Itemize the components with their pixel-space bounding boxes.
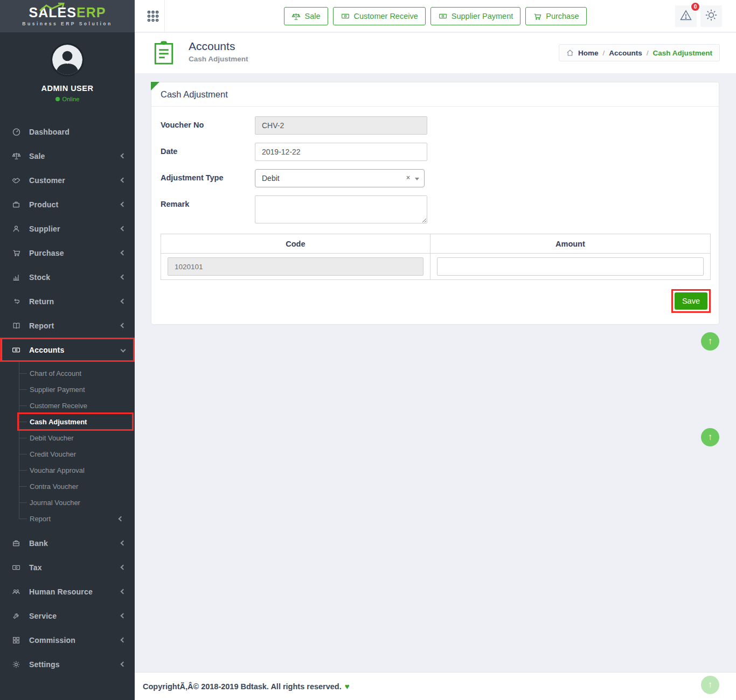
profile-status: Online <box>0 96 135 102</box>
clear-selection-icon[interactable]: × <box>406 174 410 181</box>
clipboard-icon <box>152 39 175 69</box>
submenu-item-journal-voucher[interactable]: Journal Voucher <box>0 494 135 510</box>
sidebar-item-human-resource[interactable]: Human Resource <box>0 579 135 604</box>
warning-triangle-icon <box>679 9 693 24</box>
sidebar-item-accounts[interactable]: Accounts <box>0 338 135 362</box>
save-button[interactable]: Save <box>675 292 707 310</box>
customer-receive-button[interactable]: Customer Receive <box>333 7 426 25</box>
gear-icon <box>11 660 22 669</box>
sidebar-item-supplier[interactable]: Supplier <box>0 216 135 241</box>
footer: CopyrightÃ‚Â© 2018-2019 Bdtask. All righ… <box>135 672 736 700</box>
sidebar-item-bank[interactable]: Bank <box>0 531 135 555</box>
topbar: Sale Customer Receive Supplier Payment P… <box>135 0 736 32</box>
cash-adjustment-panel: Cash Adjustment Voucher No Date Adjustme… <box>151 82 719 325</box>
save-row: Save <box>161 289 711 313</box>
sidebar-item-label: Customer <box>29 176 121 185</box>
submenu-item-debit-voucher[interactable]: Debit Voucher <box>0 430 135 446</box>
chevron-left-icon <box>121 178 126 183</box>
alerts-button[interactable]: 0 <box>675 5 697 27</box>
date-input[interactable] <box>255 143 427 161</box>
banknote-icon <box>11 563 22 572</box>
sidebar-item-sale[interactable]: Sale <box>0 144 135 168</box>
bar-chart-icon <box>11 273 22 282</box>
page-header: Accounts Cash Adjustment Home / Accounts… <box>135 33 736 73</box>
chevron-left-icon <box>121 541 126 546</box>
breadcrumb-current: Cash Adjustment <box>652 49 712 57</box>
adjustment-type-select[interactable]: Debit × <box>255 169 425 187</box>
topbar-icons: 0 <box>675 5 722 27</box>
breadcrumb-accounts[interactable]: Accounts <box>609 49 642 57</box>
sidebar-item-label: Dashboard <box>29 128 125 136</box>
sidebar-item-dashboard[interactable]: Dashboard <box>0 120 135 144</box>
sidebar-item-stock[interactable]: Stock <box>0 265 135 289</box>
dashboard-icon <box>11 127 22 136</box>
sidebar-item-customer[interactable]: Customer <box>0 168 135 192</box>
person-icon <box>11 225 22 233</box>
submenu-item-credit-voucher[interactable]: Credit Voucher <box>0 446 135 462</box>
submenu-item-vouchar-approval[interactable]: Vouchar Approval <box>0 462 135 478</box>
purchase-button[interactable]: Purchase <box>525 7 586 25</box>
avatar[interactable] <box>51 43 84 76</box>
sidebar-nav: Dashboard Sale Customer Product Supplier <box>0 120 135 676</box>
copyright-text: CopyrightÃ‚Â© 2018-2019 Bdtask. All righ… <box>143 682 342 691</box>
purchase-button-label: Purchase <box>546 12 579 20</box>
chevron-left-icon <box>121 250 126 256</box>
brand-logo[interactable]: SALESERP <box>29 6 106 19</box>
cart-icon <box>11 248 22 257</box>
sidebar-item-tax[interactable]: Tax <box>0 555 135 579</box>
remark-label: Remark <box>161 195 255 226</box>
chevron-left-icon <box>121 613 126 619</box>
submenu-item-label: Contra Voucher <box>30 482 78 491</box>
quick-buttons: Sale Customer Receive Supplier Payment P… <box>135 0 736 32</box>
sidebar-item-label: Human Resource <box>29 587 121 596</box>
sidebar-item-commission[interactable]: Commission <box>0 628 135 652</box>
banknote-icon <box>341 12 350 20</box>
scroll-top-button[interactable]: ↑ <box>701 428 719 446</box>
submenu-item-cash-adjustment[interactable]: Cash Adjustment <box>0 414 135 430</box>
home-icon <box>566 49 574 57</box>
people-icon <box>11 587 22 596</box>
submenu-item-contra-voucher[interactable]: Contra Voucher <box>0 478 135 494</box>
amount-input[interactable] <box>437 257 704 276</box>
arrow-up-icon: ↑ <box>708 680 713 690</box>
date-label: Date <box>161 143 255 161</box>
sidebar-item-product[interactable]: Product <box>0 192 135 216</box>
breadcrumb-separator: / <box>602 49 605 57</box>
submenu-item-label: Cash Adjustment <box>30 418 87 426</box>
cash-adjustment-form: Voucher No Date Adjustment Type Debit × <box>151 107 719 313</box>
remark-row: Remark <box>161 195 711 226</box>
submenu-item-label: Vouchar Approval <box>30 466 85 474</box>
supplier-payment-button[interactable]: Supplier Payment <box>431 7 520 25</box>
chevron-down-icon <box>121 347 126 353</box>
arrow-up-icon: ↑ <box>708 432 713 443</box>
code-input[interactable] <box>168 257 423 276</box>
settings-button[interactable] <box>700 5 722 27</box>
voucher-no-input[interactable] <box>255 116 427 135</box>
submenu-item-report[interactable]: Report <box>0 510 135 527</box>
sidebar-item-settings[interactable]: Settings <box>0 652 135 676</box>
sale-button-label: Sale <box>304 12 320 20</box>
alert-count-badge: 0 <box>690 2 700 12</box>
chevron-left-icon <box>121 638 126 643</box>
sidebar-item-return[interactable]: Return <box>0 289 135 313</box>
sidebar-item-report[interactable]: Report <box>0 313 135 338</box>
sidebar-item-service[interactable]: Service <box>0 604 135 628</box>
sale-button[interactable]: Sale <box>284 7 328 25</box>
banknote-icon <box>438 12 448 20</box>
sidebar-item-label: Tax <box>29 563 121 572</box>
banknote-icon <box>11 346 22 354</box>
briefcase-icon <box>11 200 22 209</box>
chevron-left-icon <box>121 323 126 328</box>
submenu-item-supplier-payment[interactable]: Supplier Payment <box>0 381 135 397</box>
chevron-left-icon <box>121 589 126 594</box>
submenu-item-customer-receive[interactable]: Customer Receive <box>0 397 135 414</box>
logo-tagline: Business ERP Solution <box>22 21 112 26</box>
scroll-top-button[interactable]: ↑ <box>701 676 719 694</box>
sidebar-item-purchase[interactable]: Purchase <box>0 241 135 265</box>
breadcrumb-home[interactable]: Home <box>578 49 599 57</box>
submenu-item-chart-of-account[interactable]: Chart of Account <box>0 365 135 381</box>
scroll-top-button[interactable]: ↑ <box>701 332 719 351</box>
remark-textarea[interactable] <box>255 195 427 223</box>
customer-receive-button-label: Customer Receive <box>354 12 418 20</box>
chevron-left-icon <box>121 202 126 207</box>
